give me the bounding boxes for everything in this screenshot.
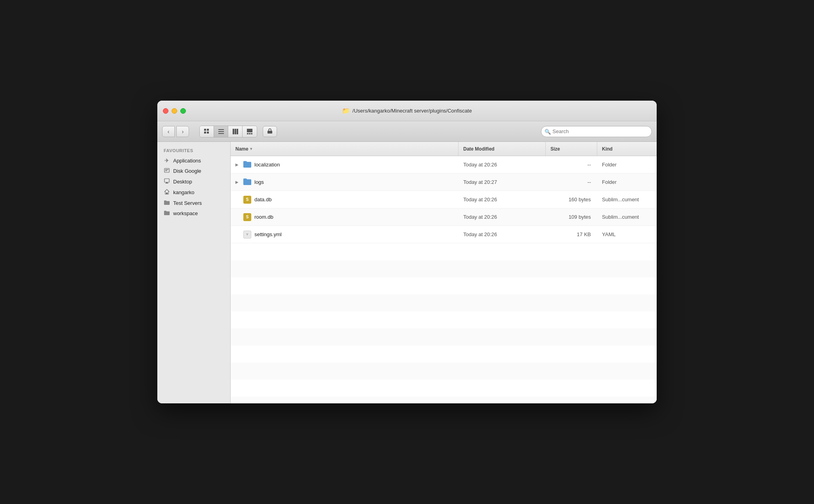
svg-rect-21: [166, 193, 168, 194]
svg-rect-3: [207, 132, 209, 134]
yaml-file-icon: Y: [243, 231, 251, 239]
sidebar-item-kangarko[interactable]: kangarko: [157, 187, 230, 198]
file-size: --: [546, 179, 597, 185]
file-kind: YAML: [597, 231, 657, 237]
applications-icon: ✈: [164, 157, 170, 164]
svg-rect-20: [165, 183, 168, 183]
titlebar: 📁 /Users/kangarko/Minecraft server/plugi…: [157, 101, 657, 121]
file-name: settings.yml: [254, 231, 282, 237]
action-button[interactable]: [263, 126, 277, 137]
column-view-button[interactable]: [228, 126, 243, 137]
col-header-name[interactable]: Name ▾: [231, 142, 459, 156]
file-list: Name ▾ Date Modified Size Kind ▶ localiz…: [231, 142, 657, 403]
sidebar-item-applications[interactable]: ✈ Applications: [157, 155, 230, 166]
expand-arrow[interactable]: ▶: [235, 180, 240, 184]
file-kind: Sublim...cument: [597, 214, 657, 220]
file-name-cell: Y settings.yml: [231, 231, 459, 239]
svg-rect-8: [235, 129, 236, 134]
folder-file-icon: [243, 160, 251, 169]
window-title-path: 📁 /Users/kangarko/Minecraft server/plugi…: [342, 107, 472, 115]
file-date: Today at 20:27: [459, 179, 546, 185]
sidebar-item-label: Test Servers: [173, 200, 202, 206]
svg-rect-11: [247, 133, 248, 134]
file-date: Today at 20:26: [459, 197, 546, 202]
svg-rect-1: [207, 129, 209, 131]
close-button[interactable]: [163, 108, 168, 114]
sidebar-item-label: kangarko: [173, 189, 194, 195]
sidebar-item-label: Applications: [173, 158, 201, 164]
nav-buttons: ‹ ›: [162, 126, 189, 137]
col-header-size[interactable]: Size: [546, 142, 597, 156]
file-name: data.db: [254, 197, 271, 202]
back-button[interactable]: ‹: [162, 126, 175, 137]
sort-icon: ▾: [250, 147, 252, 151]
file-size: --: [546, 162, 597, 168]
search-icon: 🔍: [545, 128, 551, 134]
disk-google-icon: [164, 168, 170, 174]
file-kind: Sublim...cument: [597, 197, 657, 202]
svg-rect-19: [166, 182, 168, 183]
col-header-date[interactable]: Date Modified: [459, 142, 546, 156]
expand-arrow[interactable]: ▶: [235, 162, 240, 167]
svg-rect-2: [204, 132, 206, 134]
finder-window: 📁 /Users/kangarko/Minecraft server/plugi…: [157, 101, 657, 403]
sidebar-item-label: Desktop: [173, 179, 192, 185]
file-name-cell: ▶ logs: [231, 178, 459, 186]
search-input[interactable]: [541, 126, 652, 137]
svg-rect-6: [218, 133, 224, 134]
folder-icon: [164, 200, 170, 206]
svg-rect-14: [268, 131, 272, 134]
gallery-view-button[interactable]: [243, 126, 257, 137]
sidebar-item-test-servers[interactable]: Test Servers: [157, 198, 230, 208]
file-name-cell: ▶ localization: [231, 160, 459, 169]
file-kind: Folder: [597, 179, 657, 185]
file-date: Today at 20:26: [459, 231, 546, 237]
file-name: localization: [254, 162, 280, 168]
svg-rect-9: [237, 129, 238, 134]
file-name: logs: [254, 179, 264, 185]
db-file-icon: S: [243, 213, 251, 221]
file-kind: Folder: [597, 162, 657, 168]
traffic-lights: [163, 108, 186, 114]
file-rows: ▶ localization Today at 20:26 -- Folder …: [231, 156, 657, 243]
sidebar-item-label: workspace: [173, 210, 198, 216]
table-row[interactable]: Y settings.yml Today at 20:26 17 KB YAML: [231, 226, 657, 243]
view-buttons: [199, 126, 257, 137]
file-name-cell: S room.db: [231, 213, 459, 221]
file-name-cell: S data.db: [231, 196, 459, 204]
col-header-kind[interactable]: Kind: [597, 142, 657, 156]
svg-rect-0: [204, 129, 206, 131]
db-file-icon: S: [243, 196, 251, 204]
yaml-file-icon: Y: [243, 231, 251, 239]
table-row[interactable]: S room.db Today at 20:26 109 bytes Subli…: [231, 208, 657, 226]
sidebar-item-workspace[interactable]: workspace: [157, 208, 230, 218]
workspace-folder-icon: [164, 210, 170, 216]
sidebar-item-desktop[interactable]: Desktop: [157, 176, 230, 187]
content-area: Favourites ✈ Applications Disk Google: [157, 142, 657, 403]
svg-rect-17: [165, 170, 167, 171]
sidebar-section-label: Favourites: [157, 147, 230, 155]
db-file-icon: S: [243, 196, 251, 204]
svg-rect-7: [233, 129, 234, 134]
file-date: Today at 20:26: [459, 162, 546, 168]
sidebar-item-disk-google[interactable]: Disk Google: [157, 166, 230, 176]
maximize-button[interactable]: [180, 108, 186, 114]
sidebar-item-label: Disk Google: [173, 168, 201, 174]
folder-icon: 📁: [342, 107, 350, 115]
svg-rect-4: [218, 129, 224, 130]
file-name: room.db: [254, 214, 273, 220]
svg-rect-18: [164, 179, 169, 182]
svg-rect-12: [249, 133, 250, 134]
svg-rect-10: [247, 129, 252, 132]
table-row[interactable]: ▶ logs Today at 20:27 -- Folder: [231, 174, 657, 191]
table-row[interactable]: S data.db Today at 20:26 160 bytes Subli…: [231, 191, 657, 208]
minimize-button[interactable]: [172, 108, 177, 114]
table-row[interactable]: ▶ localization Today at 20:26 -- Folder: [231, 156, 657, 174]
forward-button[interactable]: ›: [176, 126, 189, 137]
file-date: Today at 20:26: [459, 214, 546, 220]
column-headers: Name ▾ Date Modified Size Kind: [231, 142, 657, 156]
icon-view-button[interactable]: [200, 126, 214, 137]
window-title: /Users/kangarko/Minecraft server/plugins…: [352, 108, 472, 114]
list-view-button[interactable]: [214, 126, 228, 137]
file-size: 17 KB: [546, 231, 597, 237]
